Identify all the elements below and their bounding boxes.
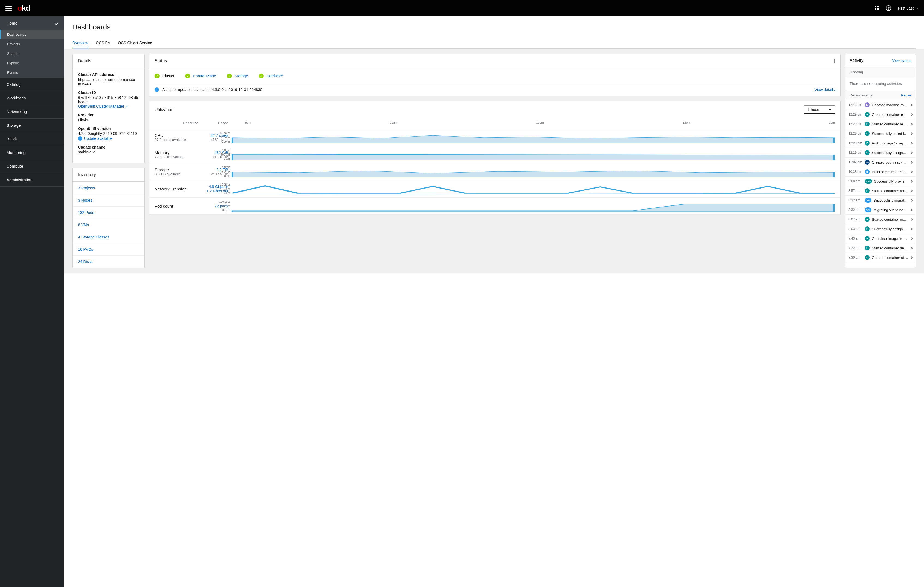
cluster-id-label: Cluster ID	[78, 90, 139, 95]
status-cluster: ✓Cluster	[155, 74, 174, 79]
status-hardware[interactable]: ✓Hardware	[259, 74, 283, 79]
event-time: 12:43 pm	[848, 103, 863, 107]
inventory-item[interactable]: 24 Disks	[73, 255, 144, 268]
tab-ocs-pv[interactable]: OCS PV	[96, 38, 110, 48]
inventory-item[interactable]: 8 VMs	[73, 219, 144, 231]
nav-section-administration[interactable]: Administration	[0, 173, 64, 186]
nav-section-storage[interactable]: Storage	[0, 118, 64, 132]
resource-badge-icon: M	[865, 102, 870, 107]
inventory-item[interactable]: 4 Storage Classes	[73, 231, 144, 243]
status-storage[interactable]: ✓Storage	[227, 74, 248, 79]
sparkline-chart: 1.0 TiB500 GiB0 GiB	[231, 149, 835, 160]
inventory-item[interactable]: 16 PVCs	[73, 243, 144, 255]
resource-name: Storage	[155, 167, 198, 172]
cluster-manager-link[interactable]: OpenShift Cluster Manager	[78, 104, 139, 109]
kebab-icon[interactable]	[834, 59, 835, 64]
help-icon[interactable]: ?	[886, 5, 891, 11]
event-text: Created container reacta...	[872, 113, 908, 117]
brand-logo[interactable]: okd	[17, 4, 30, 13]
event-row[interactable]: 12:29 pmPSuccessfully pulled imag...	[845, 129, 916, 138]
resource-badge-icon: P	[865, 217, 870, 222]
time-label: 12pm	[683, 121, 690, 124]
event-time: 7:30 am	[848, 256, 863, 260]
inventory-item[interactable]: 3 Projects	[73, 182, 144, 194]
event-row[interactable]: 7:30 amPCreated container sti-bu...	[845, 253, 916, 262]
event-time: 8:57 am	[848, 189, 863, 193]
event-row[interactable]: 12:29 pmPCreated container reacta...	[845, 110, 916, 119]
nav-item-events[interactable]: Events	[0, 68, 64, 77]
time-label: 10am	[390, 121, 398, 124]
event-row[interactable]: 11:02 amRCCreated pod: react-web...	[845, 158, 916, 167]
view-events-link[interactable]: View events	[892, 59, 911, 62]
event-time: 10:38 am	[848, 170, 863, 174]
nav-section-home[interactable]: Home	[0, 16, 64, 30]
nav-item-projects[interactable]: Projects	[0, 39, 64, 49]
inventory-item[interactable]: 132 Pods	[73, 206, 144, 219]
app-launcher-icon[interactable]	[875, 6, 879, 10]
user-menu[interactable]: First Last	[898, 6, 919, 10]
chevron-right-icon	[910, 189, 913, 192]
hamburger-icon[interactable]	[5, 6, 12, 11]
event-row[interactable]: 7:32 amPStarted container deploy...	[845, 243, 916, 253]
event-row[interactable]: 12:29 pmPPulling image "image-re...	[845, 138, 916, 148]
time-range-dropdown[interactable]: 6 hours	[804, 105, 835, 114]
inventory-card: Inventory 3 Projects3 Nodes132 Pods8 VMs…	[72, 168, 145, 268]
nav-section-monitoring[interactable]: Monitoring	[0, 146, 64, 159]
details-card: Details Cluster API address https://api.…	[72, 54, 145, 163]
chevron-right-icon	[910, 180, 913, 183]
api-address-value: https://api.clustername.domain.com:6443	[78, 77, 139, 86]
event-row[interactable]: 12:29 pmPStarted container reacta...	[845, 119, 916, 129]
nav-item-search[interactable]: Search	[0, 49, 64, 58]
nav-section-workloads[interactable]: Workloads	[0, 91, 64, 105]
event-row[interactable]: 8:57 amPStarted container appde...	[845, 186, 916, 196]
utilization-row: Pod count72 pods100 pods50 pods0 pods	[149, 197, 840, 215]
event-row[interactable]: 12:29 pmPSuccessfully assigned ap...	[845, 148, 916, 158]
status-alert-text: A cluster update is available: 4.3.0-0.c…	[162, 87, 262, 92]
chevron-right-icon	[910, 256, 913, 259]
resource-sub: 720.9 GiB available	[155, 155, 198, 159]
check-icon: ✓	[227, 74, 232, 79]
utilization-row: Network Transfer4.9 Gbps in1.2 Gbps out1…	[149, 181, 840, 197]
caret-down-icon	[828, 109, 831, 110]
nav-item-explore[interactable]: Explore	[0, 58, 64, 68]
event-time: 12:29 pm	[848, 151, 863, 155]
event-text: Container image "registr...	[872, 237, 908, 241]
event-row[interactable]: 8:07 amPStarted container manag...	[845, 215, 916, 224]
status-control-plane[interactable]: ✓Control Plane	[185, 74, 216, 79]
event-row[interactable]: 10:38 amBBuild name-test/react-we...	[845, 167, 916, 177]
update-available-link[interactable]: ↑ Update available	[78, 136, 112, 141]
chevron-right-icon	[910, 132, 913, 135]
api-address-label: Cluster API address	[78, 72, 139, 77]
resource-badge-icon: P	[865, 150, 870, 155]
tab-overview[interactable]: Overview	[72, 38, 88, 48]
event-time: 7:32 am	[848, 246, 863, 250]
inventory-item[interactable]: 3 Nodes	[73, 194, 144, 206]
utilization-title: Utilization	[155, 107, 173, 112]
event-row[interactable]: 8:32 amVMSuccessfully migrated V...	[845, 196, 916, 205]
event-row[interactable]: 7:43 amPContainer image "registr...	[845, 234, 916, 243]
update-icon: ↑	[155, 87, 159, 92]
resource-badge-icon: P	[865, 112, 870, 117]
activity-title: Activity	[850, 58, 863, 63]
event-row[interactable]: 8:03 amPSuccessfully assigned m...	[845, 224, 916, 234]
resource-badge-icon: VM	[865, 198, 871, 203]
sidebar: HomeDashboardsProjectsSearchExploreEvent…	[0, 16, 64, 587]
event-time: 12:29 pm	[848, 113, 863, 116]
check-icon: ✓	[259, 74, 264, 79]
event-text: Started container deploy...	[872, 246, 908, 250]
nav-section-builds[interactable]: Builds	[0, 132, 64, 146]
event-text: Updated machine mynam...	[872, 103, 908, 107]
view-details-link[interactable]: View details	[815, 87, 835, 92]
sparkline-chart: 17.5 TiB8.2 TiB0 TiB	[231, 166, 835, 178]
nav-section-catalog[interactable]: Catalog	[0, 78, 64, 91]
pause-link[interactable]: Pause	[901, 93, 911, 97]
nav-section-compute[interactable]: Compute	[0, 159, 64, 173]
nav-section-networking[interactable]: Networking	[0, 105, 64, 118]
event-row[interactable]: 12:43 pmMUpdated machine mynam...	[845, 100, 916, 110]
event-row[interactable]: 9:08 amPVCSuccessfully provision...	[845, 177, 916, 186]
resource-name: Pod count	[155, 204, 198, 209]
tab-ocs-object-service[interactable]: OCS Object Service	[118, 38, 152, 48]
event-row[interactable]: 8:32 amVMMigrating VM to node ip...	[845, 205, 916, 215]
utilization-card: Utilization 6 hours Resource Usage 9am10…	[149, 101, 841, 215]
nav-item-dashboards[interactable]: Dashboards	[0, 30, 64, 39]
